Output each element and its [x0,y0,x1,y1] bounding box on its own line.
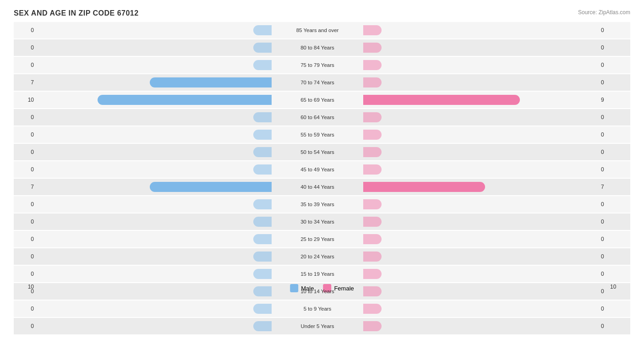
right-bar-area [363,92,598,108]
male-value: 0 [14,253,37,260]
right-bar-area [363,22,598,38]
male-bar [150,182,272,192]
bar-row: 0 5 to 9 Years 0 [14,301,630,317]
age-label: 10 to 14 Years [272,287,363,295]
bar-row: 0 35 to 39 Years 0 [14,196,630,213]
bar-row: 0 15 to 19 Years 0 [14,266,630,282]
right-bar-area [363,144,598,160]
male-value: 0 [14,131,37,138]
right-bar-area [363,301,598,317]
male-value: 7 [14,79,37,86]
right-bar-area [363,179,598,195]
female-value: 0 [598,306,621,312]
male-bar [253,25,272,35]
female-bar [363,95,520,105]
male-bar [253,43,272,53]
female-bar [363,60,382,70]
left-bar-area [37,266,272,282]
female-bar [363,130,382,140]
age-label: 55 to 59 Years [272,131,363,139]
left-bar-area [37,74,272,91]
female-value: 0 [598,236,621,242]
age-label: 40 to 44 Years [272,183,363,191]
male-bar [150,77,272,87]
female-bar [363,269,382,279]
male-value: 0 [14,166,37,173]
female-value: 0 [598,323,621,329]
bar-row: 0 30 to 34 Years 0 [14,213,630,230]
chart-container: SEX AND AGE IN ZIP CODE 67012 Source: Zi… [0,0,644,339]
right-bar-area [363,196,598,213]
female-value: 0 [598,44,621,51]
female-bar [363,217,382,227]
female-bar [363,43,382,53]
left-bar-area [37,231,272,247]
male-bar [253,112,272,122]
bar-row: 0 80 to 84 Years 0 [14,39,630,56]
female-bar [363,182,485,192]
female-bar [363,25,382,35]
chart-title: SEX AND AGE IN ZIP CODE 67012 [14,9,630,17]
female-value: 0 [598,253,621,260]
right-bar-area [363,231,598,247]
female-value: 0 [598,79,621,86]
female-value: 0 [598,27,621,33]
left-bar-area [37,57,272,73]
bar-row: 0 Under 5 Years 0 [14,318,630,334]
female-bar [363,321,382,331]
right-bar-area [363,39,598,56]
bar-row: 0 45 to 49 Years 0 [14,161,630,178]
age-label: 85 Years and over [272,26,363,34]
age-label: 80 to 84 Years [272,44,363,52]
female-value: 0 [598,62,621,68]
axis-min: 10 [14,284,37,290]
left-bar-area [37,22,272,38]
female-bar [363,304,382,314]
left-bar-area [37,213,272,230]
male-value: 0 [14,306,37,312]
female-bar [363,199,382,209]
age-label: 50 to 54 Years [272,148,363,156]
female-bar [363,77,382,87]
left-bar-area [37,144,272,160]
male-value: 0 [14,149,37,155]
age-label: 20 to 24 Years [272,252,363,261]
bar-row: 0 55 to 59 Years 0 [14,126,630,143]
age-label: 25 to 29 Years [272,235,363,243]
female-value: 0 [598,219,621,225]
female-value: 0 [598,271,621,277]
male-bar [253,304,272,314]
male-bar [253,217,272,227]
male-bar [253,130,272,140]
rows-container: 0 85 Years and over 0 0 80 to 84 Years 0 [14,22,630,279]
age-label: 15 to 19 Years [272,270,363,278]
male-bar [253,164,272,175]
male-value: 0 [14,271,37,277]
age-label: 70 to 74 Years [272,78,363,87]
female-value: 0 [598,114,621,120]
female-bar [363,147,382,157]
right-bar-area [363,161,598,178]
male-value: 7 [14,184,37,190]
right-bar-area [363,213,598,230]
female-value: 0 [598,201,621,208]
left-bar-area [37,301,272,317]
female-bar [363,252,382,262]
male-bar [253,234,272,244]
left-bar-area [37,196,272,213]
age-label: 75 to 79 Years [272,61,363,69]
male-bar [253,147,272,157]
left-bar-area [37,92,272,108]
female-value: 0 [598,131,621,138]
left-bar-area [37,39,272,56]
age-label: Under 5 Years [272,322,363,330]
source-text: Source: ZipAtlas.com [578,9,630,16]
axis-max: 10 [607,284,630,290]
bar-row: 10 65 to 69 Years 9 [14,92,630,108]
right-bar-area [363,74,598,91]
bar-row: 0 50 to 54 Years 0 [14,144,630,160]
bar-row: 7 70 to 74 Years 0 [14,74,630,91]
male-value: 0 [14,201,37,208]
male-value: 10 [14,97,37,103]
bar-row: 7 40 to 44 Years 7 [14,179,630,195]
